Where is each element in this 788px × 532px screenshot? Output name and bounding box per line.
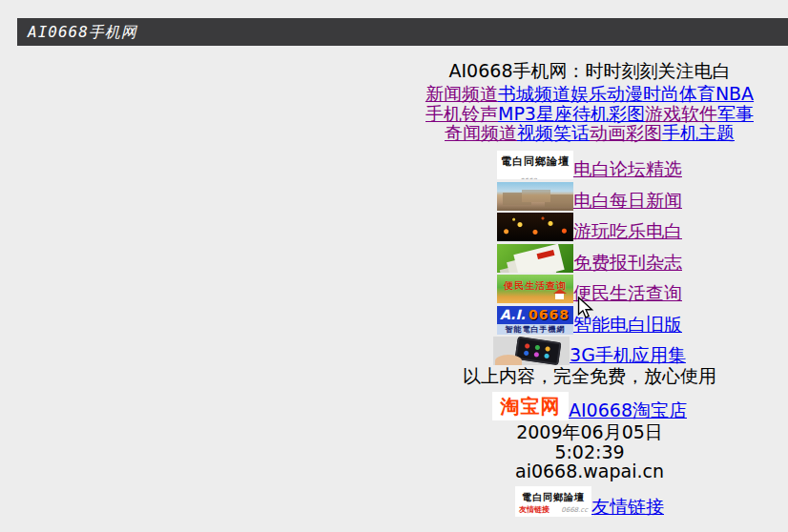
free-notice-line: 以上内容，完全免费，放心使用 (391, 366, 788, 386)
city-daytime-photo-image[interactable] (497, 182, 573, 211)
time-text: 5:02:39 (391, 442, 788, 462)
nav-link-fashion[interactable]: 时尚 (643, 83, 679, 104)
section-link-playeat[interactable]: 游玩吃乐电白 (573, 220, 682, 241)
section-link-magazines[interactable]: 免费报刊杂志 (573, 252, 682, 273)
forum-banner-title: 電白同鄉論壇 (501, 155, 570, 168)
nav-link-wallpapers[interactable]: 待机彩图 (572, 103, 645, 124)
forum-banner-site: 0668.cc (520, 177, 551, 179)
nav-link-software[interactable]: 软件 (681, 103, 717, 124)
phone-apps-photo-image[interactable] (493, 337, 570, 365)
friend-banner-red-text: 友情链接 (519, 504, 550, 515)
friend-banner-title: 電白同鄉論壇 (522, 492, 585, 502)
section-link-3gapps[interactable]: 3G手机应用集 (570, 344, 686, 365)
nav-link-military[interactable]: 军事 (717, 103, 754, 124)
main-content: AI0668手机网：时时刻刻关注电白 新闻频道书城频道娱乐动漫时尚体育NBA 手… (391, 57, 788, 517)
dianbai-forum-banner-image[interactable]: 電白同鄉論壇 0668.cc (497, 151, 573, 179)
window-title-bar: AI0668手机网 (17, 18, 788, 46)
nav-link-sports[interactable]: 体育 (679, 83, 715, 104)
section-row-forum: 電白同鄉論壇 0668.cc 电白论坛精选 (391, 149, 788, 180)
date-text: 2009年06月05日 (391, 422, 788, 442)
mouse-cursor-icon (577, 297, 595, 319)
intro-line: AI0668手机网：时时刻刻关注电白 (391, 57, 788, 84)
taobao-row: 淘宝网 AI0668淘宝店 (391, 389, 788, 420)
nav-link-oddnews[interactable]: 奇闻频道 (445, 122, 517, 143)
nav-link-entertainment[interactable]: 娱乐动漫 (570, 83, 643, 104)
section-link-forum[interactable]: 电白论坛精选 (573, 158, 682, 179)
house-icon (555, 294, 564, 299)
smart-banner-brand: A.I. (500, 306, 526, 324)
nav-row-1: 新闻频道书城频道娱乐动漫时尚体育NBA (391, 84, 788, 104)
section-link-dailynews[interactable]: 电白每日新闻 (573, 190, 682, 211)
nav-link-games[interactable]: 游戏 (645, 103, 681, 124)
section-row-magazines: 免费报刊杂志 (391, 241, 788, 273)
smart-banner-caption: 智能電白手機網 (497, 324, 573, 335)
nav-link-news[interactable]: 新闻频道 (425, 83, 498, 104)
nav-link-nba[interactable]: NBA (715, 83, 754, 104)
smart-ai0668-banner-image[interactable]: A.I. 0668 智能電白手機網 (497, 306, 573, 335)
section-row-dailynews: 电白每日新闻 (391, 179, 788, 211)
smart-banner-number: 0668 (529, 306, 570, 324)
friend-links-banner-image[interactable]: 電白同鄉論壇 友情链接 0668.cc (515, 486, 591, 517)
section-row-playeat: 游玩吃乐电白 (391, 211, 788, 242)
nav-link-videojokes[interactable]: 视频笑话 (517, 122, 590, 143)
friend-links-link[interactable]: 友情链接 (591, 496, 664, 517)
life-query-banner-image[interactable]: 便民生活查询 (497, 275, 573, 303)
nav-link-ringtones[interactable]: 手机铃声 (425, 103, 498, 124)
taobao-logo-text: 淘宝网 (501, 395, 561, 418)
nav-link-horoscope[interactable]: 星座 (536, 103, 572, 124)
app-icons-grid (521, 341, 557, 362)
nav-link-themes[interactable]: 手机主题 (662, 122, 735, 143)
magazines-photo-image[interactable] (497, 244, 573, 273)
footer-row: 電白同鄉論壇 友情链接 0668.cc 友情链接 (391, 483, 788, 517)
page-title: AI0668手机网 (28, 23, 137, 41)
nav-row-2: 手机铃声MP3星座待机彩图游戏软件军事 (391, 104, 788, 124)
nav-row-3: 奇闻频道视频笑话动画彩图手机主题 (391, 123, 788, 143)
nav-link-animpics[interactable]: 动画彩图 (590, 122, 662, 143)
site-domain-text: ai0668.wapai.cn (391, 461, 788, 481)
nav-link-books[interactable]: 书城频道 (498, 83, 570, 104)
night-lights-photo-image[interactable] (497, 213, 573, 241)
section-row-3gapps: 3G手机应用集 (391, 335, 788, 366)
nav-link-mp3[interactable]: MP3 (498, 103, 536, 124)
taobao-logo-image[interactable]: 淘宝网 (492, 392, 569, 420)
taobao-shop-link[interactable]: AI0668淘宝店 (569, 399, 687, 420)
section-list: 電白同鄉論壇 0668.cc 电白论坛精选 电白每日新闻 游玩吃乐电白 免费报刊… (391, 149, 788, 366)
friend-banner-site: 0668.cc (561, 506, 588, 514)
